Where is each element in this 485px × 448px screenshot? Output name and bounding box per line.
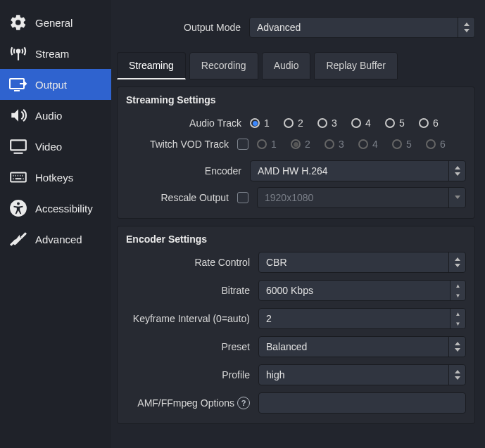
audio-track-4-label: 4 bbox=[365, 117, 375, 129]
bitrate-input[interactable]: 6000 Kbps ▲▼ bbox=[258, 280, 466, 301]
twitch-vod-3-label: 3 bbox=[339, 139, 348, 150]
tab-audio[interactable]: Audio bbox=[262, 52, 311, 79]
updown-icon bbox=[448, 161, 465, 181]
encoder-label: Encoder bbox=[126, 165, 244, 177]
sidebar-item-advanced[interactable]: Advanced bbox=[0, 224, 111, 255]
audio-track-3-label: 3 bbox=[332, 117, 341, 129]
rescale-checkbox[interactable] bbox=[237, 192, 248, 203]
audio-track-3-radio[interactable] bbox=[317, 118, 327, 128]
preset-value: Balanced bbox=[266, 341, 307, 352]
sidebar-item-label: Accessibility bbox=[35, 203, 93, 215]
encoder-settings-title: Encoder Settings bbox=[126, 233, 466, 245]
updown-icon bbox=[448, 365, 465, 385]
amf-label-wrap: AMF/FFmpeg Options ? bbox=[126, 397, 253, 409]
spin-buttons[interactable]: ▲▼ bbox=[450, 281, 465, 300]
sidebar-item-label: Hotkeys bbox=[35, 172, 73, 184]
audio-track-group: 1 2 3 4 5 6 bbox=[250, 117, 448, 129]
streaming-settings-title: Streaming Settings bbox=[126, 94, 466, 105]
output-mode-value: Advanced bbox=[257, 22, 301, 33]
help-icon[interactable]: ? bbox=[237, 397, 250, 409]
rescale-value: 1920x1080 bbox=[265, 192, 313, 203]
audio-track-1-label: 1 bbox=[264, 117, 274, 129]
sidebar-item-label: Audio bbox=[35, 110, 62, 122]
audio-track-2-radio[interactable] bbox=[284, 118, 294, 128]
spin-buttons[interactable]: ▲▼ bbox=[450, 309, 465, 328]
sidebar-item-video[interactable]: Video bbox=[0, 131, 111, 162]
antenna-icon bbox=[8, 44, 28, 63]
twitch-vod-6-label: 6 bbox=[440, 139, 450, 150]
output-mode-label: Output Mode bbox=[117, 22, 244, 33]
preset-select[interactable]: Balanced bbox=[258, 336, 466, 357]
audio-track-5-label: 5 bbox=[399, 117, 409, 129]
sidebar-item-label: Output bbox=[35, 79, 67, 91]
monitor-icon bbox=[8, 136, 28, 156]
sidebar-item-label: Advanced bbox=[35, 233, 82, 245]
spin-down-icon[interactable]: ▼ bbox=[451, 319, 465, 328]
audio-track-2-label: 2 bbox=[298, 117, 308, 129]
encoder-value: AMD HW H.264 bbox=[258, 165, 328, 177]
encoder-settings-panel: Encoder Settings Rate Control CBR Bitrat… bbox=[117, 226, 475, 424]
sidebar-item-accessibility[interactable]: Accessibility bbox=[0, 193, 111, 224]
twitch-vod-4-label: 4 bbox=[372, 139, 382, 150]
svg-rect-6 bbox=[11, 173, 26, 182]
twitch-vod-3-radio bbox=[325, 139, 334, 149]
sidebar-item-stream[interactable]: Stream bbox=[0, 38, 111, 69]
tab-recording[interactable]: Recording bbox=[189, 52, 258, 79]
sidebar-item-audio[interactable]: Audio bbox=[0, 100, 111, 131]
profile-label: Profile bbox=[126, 369, 253, 380]
audio-track-6-radio[interactable] bbox=[419, 118, 429, 128]
tab-replay-buffer[interactable]: Replay Buffer bbox=[314, 52, 398, 79]
twitch-vod-checkbox[interactable] bbox=[237, 139, 248, 150]
twitch-vod-2-label: 2 bbox=[305, 139, 315, 150]
main-panel: Output Mode Advanced Streaming Recording… bbox=[111, 0, 485, 448]
sidebar-item-output[interactable]: Output bbox=[0, 69, 111, 100]
twitch-vod-label: Twitch VOD Track bbox=[126, 139, 232, 150]
audio-track-4-radio[interactable] bbox=[351, 118, 361, 128]
keyframe-input[interactable]: 2 ▲▼ bbox=[258, 308, 466, 329]
profile-value: high bbox=[266, 369, 284, 380]
audio-track-5-radio[interactable] bbox=[385, 118, 395, 128]
svg-point-0 bbox=[17, 50, 20, 53]
audio-track-label: Audio Track bbox=[126, 117, 244, 129]
updown-icon bbox=[448, 337, 465, 357]
twitch-vod-5-radio bbox=[392, 139, 402, 149]
encoder-select[interactable]: AMD HW H.264 bbox=[250, 160, 466, 181]
output-tabs: Streaming Recording Audio Replay Buffer bbox=[117, 52, 475, 79]
twitch-vod-4-radio bbox=[358, 139, 368, 149]
svg-rect-4 bbox=[11, 140, 26, 150]
rescale-label: Rescale Output bbox=[126, 192, 232, 203]
rate-control-value: CBR bbox=[266, 257, 287, 268]
updown-icon bbox=[448, 252, 465, 272]
spin-up-icon[interactable]: ▲ bbox=[451, 281, 465, 290]
amf-label: AMF/FFmpeg Options bbox=[137, 397, 234, 409]
chevron-down-icon bbox=[448, 188, 465, 207]
spin-down-icon[interactable]: ▼ bbox=[451, 290, 465, 300]
preset-label: Preset bbox=[126, 341, 253, 352]
streaming-settings-panel: Streaming Settings Audio Track 1 2 3 4 5… bbox=[117, 87, 475, 219]
sidebar-item-hotkeys[interactable]: Hotkeys bbox=[0, 162, 111, 193]
tab-streaming[interactable]: Streaming bbox=[117, 52, 186, 79]
gear-icon bbox=[8, 13, 28, 32]
twitch-vod-group: 1 2 3 4 5 6 bbox=[257, 139, 455, 150]
output-mode-select[interactable]: Advanced bbox=[249, 17, 475, 38]
audio-track-6-label: 6 bbox=[433, 117, 443, 129]
sidebar-item-label: General bbox=[35, 17, 73, 29]
rate-control-select[interactable]: CBR bbox=[258, 252, 466, 273]
svg-point-16 bbox=[17, 203, 20, 205]
twitch-vod-1-label: 1 bbox=[271, 139, 281, 150]
amf-input[interactable] bbox=[258, 392, 466, 414]
twitch-vod-2-radio bbox=[291, 139, 301, 149]
bitrate-value: 6000 Kbps bbox=[266, 285, 313, 296]
keyframe-value: 2 bbox=[266, 313, 272, 324]
rescale-select: 1920x1080 bbox=[257, 187, 466, 208]
audio-track-1-radio[interactable] bbox=[250, 118, 260, 128]
sidebar-item-general[interactable]: General bbox=[0, 7, 111, 38]
sidebar-item-label: Stream bbox=[35, 48, 69, 60]
twitch-vod-1-radio bbox=[257, 139, 267, 149]
keyboard-icon bbox=[8, 167, 28, 187]
rate-control-label: Rate Control bbox=[126, 257, 253, 268]
sidebar: General Stream Output Audio Video Hotkey… bbox=[0, 0, 111, 448]
keyframe-label: Keyframe Interval (0=auto) bbox=[126, 313, 253, 324]
spin-up-icon[interactable]: ▲ bbox=[451, 309, 465, 319]
profile-select[interactable]: high bbox=[258, 364, 466, 385]
